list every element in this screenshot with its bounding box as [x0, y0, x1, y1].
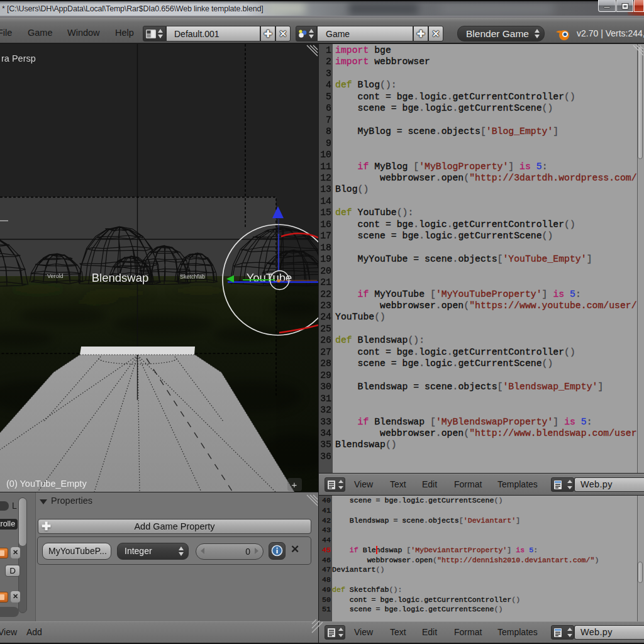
svg-text:(0) YouTube_Empty: (0) YouTube_Empty: [6, 479, 87, 489]
svg-text:+: +: [292, 479, 297, 490]
svg-text:ra Persp: ra Persp: [1, 53, 36, 64]
svg-text:Sketchfab: Sketchfab: [180, 274, 205, 280]
svg-text:Verold: Verold: [47, 273, 64, 279]
svg-text:Blendswap: Blendswap: [92, 271, 149, 284]
